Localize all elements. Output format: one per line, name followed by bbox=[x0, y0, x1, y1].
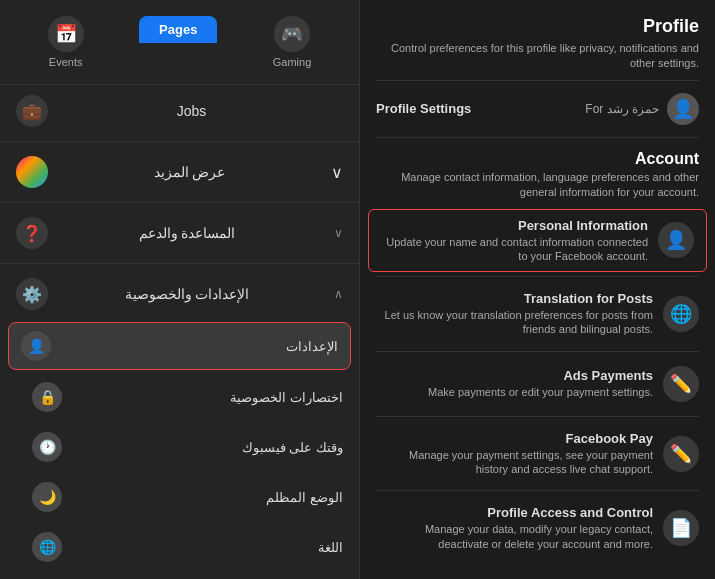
help-chevron: ∨ bbox=[334, 226, 343, 240]
profile-for-text: حمزة رشد For bbox=[585, 102, 659, 116]
submenu-dark-icon: 🌙 bbox=[32, 482, 62, 512]
facebook-pay-row[interactable]: Facebook Pay Manage your payment setting… bbox=[360, 421, 715, 487]
profile-divider bbox=[376, 80, 699, 81]
profile-access-row[interactable]: Profile Access and Control Manage your d… bbox=[360, 495, 715, 561]
submenu-settings-label: الإعدادات bbox=[286, 339, 338, 354]
translation-row[interactable]: Translation for Posts Let us know your t… bbox=[360, 281, 715, 347]
submenu-dark-label: الوضع المظلم bbox=[266, 490, 343, 505]
profile-access-desc: Manage your data, modify your legacy con… bbox=[376, 522, 653, 551]
translation-icon: 🌐 bbox=[663, 296, 699, 332]
settings-menu-item[interactable]: ∧ الإعدادات والخصوصية ⚙️ bbox=[0, 268, 359, 320]
profile-settings-label: Profile Settings bbox=[376, 101, 471, 116]
settings-chevron: ∧ bbox=[334, 287, 343, 301]
pages-tab: Pages bbox=[139, 16, 217, 43]
divider-1 bbox=[0, 141, 359, 142]
gaming-nav-item[interactable]: 🎮 Gaming bbox=[257, 10, 328, 74]
profile-access-text: Profile Access and Control Manage your d… bbox=[376, 505, 653, 551]
profile-access-icon: 📄 bbox=[663, 510, 699, 546]
account-section-header: Account Manage contact information, lang… bbox=[360, 142, 715, 205]
submenu-privacy[interactable]: اختصارات الخصوصية 🔒 bbox=[0, 372, 359, 422]
right-panel: Profile Control preferences for this pro… bbox=[360, 0, 715, 579]
settings-icon: ⚙️ bbox=[16, 278, 48, 310]
profile-desc: Control preferences for this profile lik… bbox=[376, 41, 699, 72]
help-label: المساعدة والدعم bbox=[139, 225, 236, 241]
facebook-pay-icon: ✏️ bbox=[663, 436, 699, 472]
submenu-settings[interactable]: الإعدادات 👤 bbox=[8, 322, 351, 370]
submenu-language-icon: 🌐 bbox=[32, 532, 62, 562]
jobs-label: Jobs bbox=[177, 103, 207, 119]
pages-nav-item[interactable]: Pages bbox=[123, 10, 233, 74]
ads-payments-title: Ads Payments bbox=[376, 368, 653, 383]
divider-2 bbox=[0, 202, 359, 203]
personal-info-icon: 👤 bbox=[658, 222, 694, 258]
submenu-time-label: وقتك على فيسبوك bbox=[242, 440, 343, 455]
show-more-icon bbox=[16, 156, 48, 188]
jobs-menu-item[interactable]: Jobs 💼 bbox=[0, 85, 359, 137]
facebook-pay-desc: Manage your payment settings, see your p… bbox=[376, 448, 653, 477]
facebook-pay-title: Facebook Pay bbox=[376, 431, 653, 446]
gaming-label: Gaming bbox=[273, 56, 312, 68]
show-more-chevron: ∨ bbox=[331, 163, 343, 182]
events-label: Events bbox=[49, 56, 83, 68]
translation-desc: Let us know your translation preferences… bbox=[376, 308, 653, 337]
events-icon: 📅 bbox=[48, 16, 84, 52]
personal-info-row[interactable]: Personal Information Update your name an… bbox=[368, 209, 707, 273]
submenu-time[interactable]: وقتك على فيسبوك 🕐 bbox=[0, 422, 359, 472]
show-more-item[interactable]: ∨ عرض المزيد bbox=[0, 146, 359, 198]
ads-payments-text: Ads Payments Make payments or edit your … bbox=[376, 368, 653, 399]
jobs-icon: 💼 bbox=[16, 95, 48, 127]
personal-info-text: Personal Information Update your name an… bbox=[381, 218, 648, 264]
submenu-privacy-icon: 🔒 bbox=[32, 382, 62, 412]
row-divider-1 bbox=[376, 276, 699, 277]
show-more-label: عرض المزيد bbox=[154, 164, 226, 180]
gaming-icon: 🎮 bbox=[274, 16, 310, 52]
profile-settings-right: حمزة رشد For 👤 bbox=[585, 93, 699, 125]
top-nav: 📅 Events Pages 🎮 Gaming bbox=[0, 0, 359, 85]
divider-3 bbox=[0, 263, 359, 264]
translation-text: Translation for Posts Let us know your t… bbox=[376, 291, 653, 337]
submenu-dark[interactable]: الوضع المظلم 🌙 bbox=[0, 472, 359, 522]
submenu-language-label: اللغة bbox=[318, 540, 343, 555]
settings-label: الإعدادات والخصوصية bbox=[125, 286, 250, 302]
row-divider-2 bbox=[376, 351, 699, 352]
submenu-privacy-label: اختصارات الخصوصية bbox=[230, 390, 343, 405]
profile-title: Profile bbox=[376, 16, 699, 37]
left-panel: 📅 Events Pages 🎮 Gaming Jobs 💼 ∨ عرض الم… bbox=[0, 0, 360, 579]
account-title: Account bbox=[376, 150, 699, 168]
personal-info-title: Personal Information bbox=[381, 218, 648, 233]
profile-settings-row[interactable]: Profile Settings حمزة رشد For 👤 bbox=[360, 85, 715, 133]
account-divider bbox=[376, 137, 699, 138]
row-divider-3 bbox=[376, 416, 699, 417]
submenu-settings-icon: 👤 bbox=[21, 331, 51, 361]
profile-section-header: Profile Control preferences for this pro… bbox=[360, 0, 715, 76]
personal-info-desc: Update your name and contact information… bbox=[381, 235, 648, 264]
translation-title: Translation for Posts bbox=[376, 291, 653, 306]
profile-access-title: Profile Access and Control bbox=[376, 505, 653, 520]
ads-payments-desc: Make payments or edit your payment setti… bbox=[376, 385, 653, 399]
submenu-language[interactable]: اللغة 🌐 bbox=[0, 522, 359, 572]
events-nav-item[interactable]: 📅 Events bbox=[32, 10, 100, 74]
help-icon: ❓ bbox=[16, 217, 48, 249]
ads-payments-icon: ✏️ bbox=[663, 366, 699, 402]
help-menu-item[interactable]: ∨ المساعدة والدعم ❓ bbox=[0, 207, 359, 259]
ads-payments-row[interactable]: Ads Payments Make payments or edit your … bbox=[360, 356, 715, 412]
account-desc: Manage contact information, language pre… bbox=[376, 170, 699, 201]
avatar: 👤 bbox=[667, 93, 699, 125]
row-divider-4 bbox=[376, 490, 699, 491]
facebook-pay-text: Facebook Pay Manage your payment setting… bbox=[376, 431, 653, 477]
submenu-time-icon: 🕐 bbox=[32, 432, 62, 462]
